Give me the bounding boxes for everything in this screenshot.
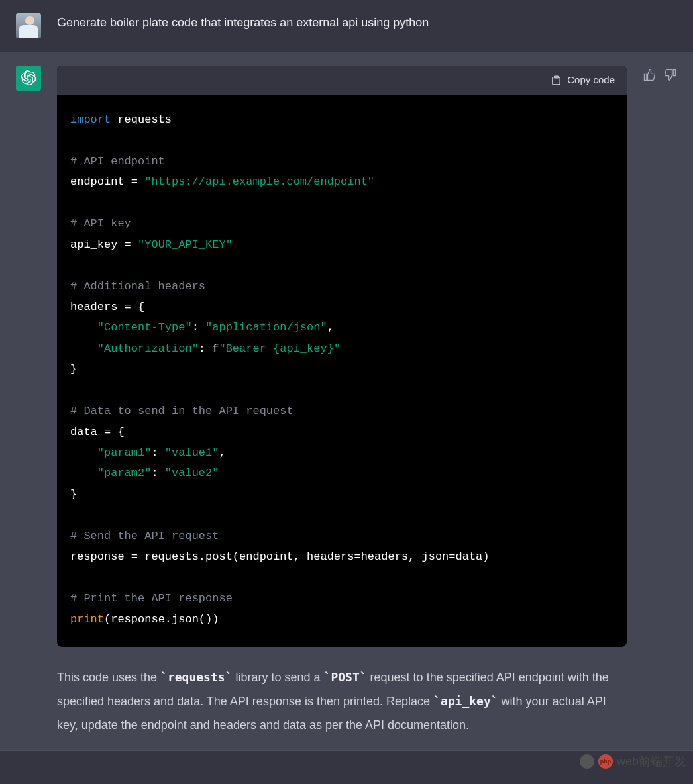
user-message: Generate boiler plate code that integrat… <box>0 0 693 52</box>
code-content[interactable]: import requests # API endpoint endpoint … <box>57 95 627 647</box>
watermark-php-badge: php <box>598 754 613 769</box>
thumbs-up-icon[interactable] <box>643 68 656 81</box>
copy-code-label: Copy code <box>567 72 615 88</box>
svg-rect-0 <box>555 76 559 78</box>
user-prompt-text: Generate boiler plate code that integrat… <box>57 13 677 38</box>
watermark: php web前端开发 <box>580 754 686 769</box>
explanation-text: This code uses the `requests` library to… <box>57 665 627 737</box>
copy-code-button[interactable]: Copy code <box>551 72 615 88</box>
watermark-avatar-icon <box>580 754 594 769</box>
code-block: Copy code import requests # API endpoint… <box>57 66 627 647</box>
user-avatar <box>16 13 41 38</box>
thumbs-down-icon[interactable] <box>664 68 677 81</box>
code-block-header: Copy code <box>57 66 627 95</box>
assistant-avatar <box>16 66 41 91</box>
clipboard-icon <box>551 75 562 86</box>
assistant-message: Copy code import requests # API endpoint… <box>0 52 693 751</box>
assistant-content: Copy code import requests # API endpoint… <box>57 66 627 737</box>
openai-logo-icon <box>21 70 36 86</box>
feedback-actions <box>643 66 677 81</box>
watermark-text: web前端开发 <box>617 754 686 769</box>
